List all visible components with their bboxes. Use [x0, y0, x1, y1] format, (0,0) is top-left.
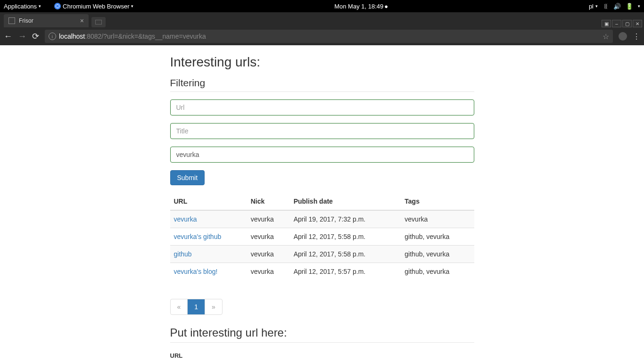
- language-indicator[interactable]: pl ▾: [589, 3, 598, 10]
- cell-publish: April 12, 2017, 5:58 p.m.: [290, 228, 401, 246]
- wifi-icon[interactable]: ⧛: [603, 3, 609, 10]
- language-label: pl: [589, 3, 594, 10]
- put-url-heading: Put interesting url here:: [170, 326, 474, 343]
- chevron-down-icon: ▾: [595, 4, 598, 8]
- applications-menu[interactable]: Applications ▾: [4, 3, 41, 10]
- tab-bar: Frisor × ▣ – ▢ ✕: [0, 12, 644, 27]
- filtering-heading: Filtering: [170, 77, 474, 92]
- page-prev[interactable]: «: [171, 299, 188, 314]
- put-url-label: URL: [170, 352, 474, 359]
- filter-title-input[interactable]: [170, 123, 474, 139]
- table-header-row: URL Nick Publish date Tags: [170, 193, 474, 210]
- close-icon[interactable]: ×: [80, 17, 84, 25]
- cell-tags: github, vevurka: [401, 263, 474, 280]
- page-viewport[interactable]: Interesting urls: Filtering Submit URL N…: [0, 45, 644, 362]
- nav-bar: ← → ⟳ i localhost:8082/?url=&nick=&tags_…: [0, 27, 644, 45]
- tab-title: Frisor: [19, 17, 33, 24]
- col-tags: Tags: [401, 193, 474, 210]
- url-text: localhost:8082/?url=&nick=&tags__name=ve…: [59, 33, 206, 40]
- new-tab-button[interactable]: [91, 17, 106, 27]
- table-row: vevurka's githubvevurkaApril 12, 2017, 5…: [170, 228, 474, 246]
- cell-url: github: [170, 246, 247, 263]
- cell-tags: github, vevurka: [401, 246, 474, 263]
- table-row: githubvevurkaApril 12, 2017, 5:58 p.m.gi…: [170, 246, 474, 263]
- browser-tab[interactable]: Frisor ×: [4, 14, 89, 27]
- table-row: vevurkavevurkaApril 19, 2017, 7:32 p.m.v…: [170, 210, 474, 228]
- active-app-menu[interactable]: Chromium Web Browser ▾: [54, 3, 133, 10]
- back-button[interactable]: ←: [4, 32, 12, 41]
- url-link[interactable]: vevurka's github: [174, 233, 222, 240]
- battery-icon[interactable]: 🔋: [626, 3, 633, 10]
- chevron-down-icon[interactable]: ▾: [638, 4, 640, 8]
- user-button[interactable]: ▣: [602, 20, 611, 27]
- active-app-label: Chromium Web Browser: [63, 3, 129, 10]
- filter-url-input[interactable]: [170, 99, 474, 115]
- table-row: vevurka's blog!vevurkaApril 12, 2017, 5:…: [170, 263, 474, 280]
- browser-menu-button[interactable]: ⋮: [633, 32, 640, 41]
- url-path: /?url=&nick=&tags__name=vevurka: [101, 33, 206, 40]
- cell-nick: vevurka: [247, 210, 290, 228]
- prev-label: «: [171, 299, 188, 314]
- chevron-down-icon: ▾: [39, 4, 41, 8]
- cell-url: vevurka: [170, 210, 247, 228]
- cell-tags: github, vevurka: [401, 228, 474, 246]
- clock-dot: ●: [384, 3, 388, 10]
- url-link[interactable]: vevurka: [174, 215, 197, 223]
- desktop-top-bar: Applications ▾ Chromium Web Browser ▾ Mo…: [0, 0, 644, 12]
- page-icon: [8, 17, 15, 24]
- extension-icon[interactable]: [619, 32, 627, 41]
- page-container: Interesting urls: Filtering Submit URL N…: [170, 45, 474, 362]
- cell-publish: April 12, 2017, 5:58 p.m.: [290, 246, 401, 263]
- forward-button[interactable]: →: [18, 32, 26, 41]
- url-link[interactable]: github: [174, 250, 192, 258]
- reload-button[interactable]: ⟳: [32, 31, 39, 41]
- browser-chrome: Frisor × ▣ – ▢ ✕ ← → ⟳ i localhost:8082/…: [0, 12, 644, 45]
- cell-url: vevurka's github: [170, 228, 247, 246]
- cell-publish: April 19, 2017, 7:32 p.m.: [290, 210, 401, 228]
- url-host: localhost: [59, 33, 85, 40]
- page-1[interactable]: 1: [188, 299, 205, 314]
- submit-button[interactable]: Submit: [170, 170, 205, 185]
- window-controls: ▣ – ▢ ✕: [602, 18, 644, 27]
- page-next[interactable]: »: [205, 299, 222, 314]
- col-nick: Nick: [247, 193, 290, 210]
- clock[interactable]: Mon May 1, 18:49: [334, 3, 383, 10]
- cell-nick: vevurka: [247, 246, 290, 263]
- minimize-button[interactable]: –: [612, 20, 621, 27]
- page-number: 1: [188, 299, 205, 314]
- col-publish: Publish date: [290, 193, 401, 210]
- col-url: URL: [170, 193, 247, 210]
- info-icon[interactable]: i: [49, 33, 56, 40]
- bookmark-star-icon[interactable]: ☆: [603, 32, 609, 41]
- chromium-icon: [54, 3, 61, 9]
- cell-publish: April 12, 2017, 5:57 p.m.: [290, 263, 401, 280]
- cell-url: vevurka's blog!: [170, 263, 247, 280]
- cell-nick: vevurka: [247, 228, 290, 246]
- urls-table: URL Nick Publish date Tags vevurkavevurk…: [170, 193, 474, 280]
- applications-label: Applications: [4, 3, 37, 10]
- volume-icon[interactable]: 🔊: [613, 3, 621, 10]
- pagination: « 1 »: [170, 299, 223, 315]
- new-tab-icon: [95, 20, 102, 25]
- maximize-button[interactable]: ▢: [622, 20, 632, 27]
- next-label: »: [205, 299, 222, 314]
- cell-nick: vevurka: [247, 263, 290, 280]
- address-bar[interactable]: i localhost:8082/?url=&nick=&tags__name=…: [45, 30, 613, 43]
- url-link[interactable]: vevurka's blog!: [174, 268, 218, 275]
- url-port: :8082: [85, 33, 101, 40]
- close-button[interactable]: ✕: [633, 20, 642, 27]
- page-title: Interesting urls:: [170, 55, 474, 70]
- cell-tags: vevurka: [401, 210, 474, 228]
- filter-tags-input[interactable]: [170, 147, 474, 163]
